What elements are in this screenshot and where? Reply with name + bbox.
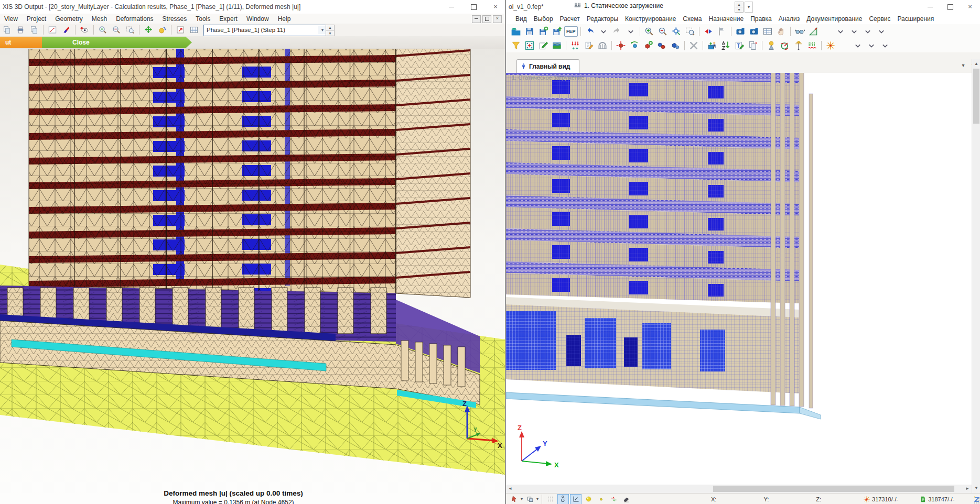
phase-stepper[interactable]: ▲ ▼	[326, 25, 335, 36]
plaxis-close-button[interactable]: ×	[487, 0, 504, 14]
loadcase-up-button[interactable]: ▲	[735, 2, 743, 7]
move-elements-button[interactable]	[615, 40, 627, 51]
resize-grip[interactable]	[974, 498, 980, 504]
loadcase-selector[interactable]: 1. Статическое загружение	[573, 2, 663, 10]
eraser-button[interactable]	[620, 494, 632, 504]
reset-view-button[interactable]	[174, 24, 187, 36]
toolbar-overflow-5-button[interactable]	[852, 40, 864, 51]
pan-zoom-button[interactable]	[670, 26, 683, 37]
plaxis-menu-expert[interactable]: Expert	[219, 15, 238, 23]
cross-section-button[interactable]	[60, 24, 72, 36]
rotate-axes-button[interactable]	[779, 40, 791, 51]
copy-to-clipboard-button[interactable]	[28, 24, 40, 36]
scroll-up-button[interactable]: ▲	[972, 60, 980, 68]
plaxis-menu-project[interactable]: Project	[27, 15, 46, 23]
filter-button[interactable]	[510, 40, 522, 51]
delete-button[interactable]	[687, 40, 700, 51]
plaxis-menu-help[interactable]: Help	[278, 15, 291, 23]
save-file-button[interactable]	[523, 26, 536, 37]
show-nodes-button[interactable]	[583, 494, 594, 504]
phase-selector[interactable]: Phase_1 [Phase_1] (Step 11) ▾	[203, 25, 328, 36]
snapshot-button[interactable]	[734, 26, 747, 37]
tab-close[interactable]: Close	[42, 37, 192, 48]
snapshot-settings-button[interactable]	[748, 26, 760, 37]
tables-button[interactable]	[188, 24, 200, 36]
scroll-down-button[interactable]: ▼	[972, 485, 980, 492]
plaxis-menu-stresses[interactable]: Stresses	[163, 15, 187, 23]
structure-blocks-button[interactable]	[596, 40, 609, 51]
open-file-button[interactable]	[510, 26, 522, 37]
zoom-in-button[interactable]	[96, 24, 109, 36]
lira-maximize-button[interactable]	[942, 0, 959, 14]
horizontal-scrollbar[interactable]: ◄ ►	[506, 485, 972, 493]
plaxis-menu-geometry[interactable]: Geometry	[55, 15, 83, 23]
copy-properties-button[interactable]	[747, 40, 759, 51]
plaxis-menu-mesh[interactable]: Mesh	[92, 15, 107, 23]
scroll-left-button[interactable]: ◄	[506, 485, 514, 493]
lira-menu-конструирование[interactable]: Конструирование	[625, 15, 676, 23]
toolbar-overflow-1-button[interactable]	[834, 26, 847, 37]
grid-snap-button[interactable]	[545, 494, 556, 504]
add-elements-button[interactable]	[642, 40, 654, 51]
zoom-out-button[interactable]	[110, 24, 123, 36]
selection-mode-dropdown[interactable]: ▾	[521, 497, 523, 501]
edit-scheme-button[interactable]	[537, 40, 550, 51]
lira-close-button[interactable]: ×	[962, 0, 978, 14]
show-points-button[interactable]	[595, 494, 607, 504]
clipped-tool-button[interactable]	[1, 24, 13, 36]
undo-list-button[interactable]	[597, 26, 610, 37]
measure-button[interactable]	[807, 26, 820, 37]
lira-menu-правка[interactable]: Правка	[750, 15, 772, 23]
lira-menu-редакторы[interactable]: Редакторы	[587, 15, 618, 23]
copy-elements-button[interactable]	[655, 40, 668, 51]
fragment-button[interactable]	[523, 40, 536, 51]
toolbar-overflow-7-button[interactable]	[879, 40, 891, 51]
fep-format-button[interactable]: FEP	[564, 26, 578, 37]
loadcase-stepper[interactable]: ▲ ▼	[735, 2, 744, 13]
lira-menu-сервис[interactable]: Сервис	[869, 15, 890, 23]
mdi-minimize-button[interactable]	[472, 15, 481, 23]
plaxis-maximize-button[interactable]	[465, 0, 482, 14]
pan-view-button[interactable]	[142, 24, 155, 36]
zoom-window-button[interactable]	[684, 26, 696, 37]
redo-button[interactable]	[611, 26, 623, 37]
v-scroll-thumb[interactable]	[973, 69, 979, 124]
redo-list-button[interactable]	[624, 26, 637, 37]
lira-menu-назначение[interactable]: Назначение	[708, 15, 744, 23]
plaxis-menu-deformations[interactable]: Deformations	[116, 15, 153, 23]
vertical-scrollbar[interactable]: ▲ ▼	[972, 59, 980, 493]
renumber-button[interactable]	[719, 40, 732, 51]
lira-menu-документирование[interactable]: Документирование	[806, 15, 862, 23]
toolbar-overflow-4-button[interactable]	[875, 26, 888, 37]
lira-menu-схема[interactable]: Схема	[683, 15, 702, 23]
print-button[interactable]	[14, 24, 27, 36]
lira-menu-расчет[interactable]: Расчет	[560, 15, 580, 23]
loadcase-down-button[interactable]: ▼	[735, 7, 743, 12]
tab-main-view[interactable]: Главный вид	[516, 59, 579, 73]
toolbar-overflow-6-button[interactable]	[865, 40, 878, 51]
node-generation-button[interactable]	[824, 40, 837, 51]
step-up-button[interactable]: ▲	[326, 25, 334, 31]
zoom-in-button[interactable]	[643, 26, 655, 37]
plaxis-menu-view[interactable]: View	[4, 15, 18, 23]
visualization-button[interactable]	[793, 26, 806, 37]
rotate-view-button[interactable]	[156, 24, 168, 36]
undo-button[interactable]	[584, 26, 596, 37]
hide-soil-button[interactable]	[78, 24, 91, 36]
lira-menu-расширения[interactable]: Расширения	[898, 15, 934, 23]
assemble-blocks-button[interactable]	[669, 40, 682, 51]
packing-button[interactable]	[706, 40, 718, 51]
plaxis-3d-viewport[interactable]: Z X Y Deformed mesh |u| (scaled up 0.00 …	[0, 49, 505, 504]
plaxis-menu-window[interactable]: Window	[246, 15, 269, 23]
springs-button[interactable]	[806, 40, 819, 51]
previous-view-button[interactable]	[716, 26, 728, 37]
edit-document-button[interactable]	[583, 40, 595, 51]
selection-mode-button[interactable]	[509, 494, 520, 504]
edit-text-button[interactable]	[733, 40, 746, 51]
fit-view-button[interactable]	[702, 26, 715, 37]
zoom-out-button[interactable]	[656, 26, 669, 37]
pan-hand-button[interactable]	[775, 26, 788, 37]
plumb-button[interactable]	[765, 40, 778, 51]
lira-3d-viewport[interactable]: Z Y X 1. Статическое загружение	[506, 73, 972, 485]
local-axes-button[interactable]	[608, 494, 619, 504]
